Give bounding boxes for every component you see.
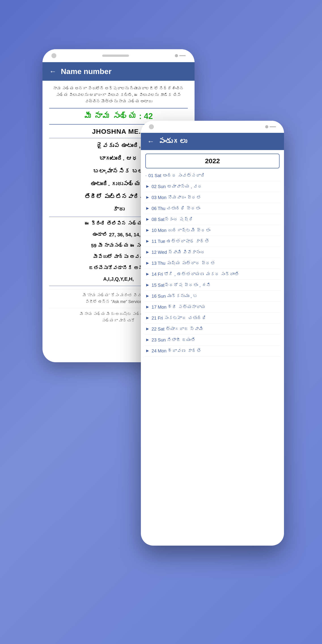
festival-bullet: ► bbox=[145, 315, 150, 320]
festival-item: ► 21 Fri సంకటహార చతుర్థి bbox=[144, 312, 280, 324]
festival-text: 17 Mon శ్రీ సత్యనారాయ bbox=[152, 304, 206, 310]
festival-bullet: ► bbox=[145, 217, 150, 222]
festival-text: 10 Mon దుర్గాష్టమి వ్రతం bbox=[152, 227, 210, 234]
festival-bullet: ► bbox=[145, 260, 150, 266]
festival-text: 12 Wed స్వామి వివేకానంద bbox=[152, 249, 206, 255]
festival-item: ► 02 Sun అమావాస్య , వర bbox=[144, 181, 280, 192]
festival-text: 21 Fri సంకటహార చతుర్థి bbox=[152, 315, 206, 321]
festival-item: ► 22 Sat త్యాగరాజ స్వామి bbox=[144, 324, 280, 334]
festival-item: ► 23 Sun నేతాజీ జయంతి bbox=[144, 334, 280, 346]
festival-bullet: ► bbox=[145, 184, 150, 189]
festival-text: 14 Fri భోగి , ఉత్తరాయణ మకర సంక్రాంతి bbox=[152, 271, 239, 277]
wifi-icon bbox=[175, 54, 178, 57]
festival-text: 06 Thu చతుర్థి వ్రతం bbox=[152, 205, 200, 212]
festival-bullet: ► bbox=[145, 238, 150, 244]
festival-bullet: ► bbox=[145, 348, 150, 353]
festival-bullet: ► bbox=[145, 304, 150, 310]
festival-item: ► 12 Wed స్వామి వివేకానంద bbox=[144, 247, 280, 258]
page-title: Name number bbox=[61, 67, 112, 76]
status-icons-front bbox=[265, 125, 276, 128]
festival-bullet: ► bbox=[145, 282, 150, 288]
notch-bar-back bbox=[42, 49, 194, 62]
scene: ← Name number నామ సంఖ్య అనగా పేరులోని అక… bbox=[38, 31, 284, 613]
wifi-icon-front bbox=[265, 125, 268, 128]
festival-text: 08 Satస్కంద షష్ఠి bbox=[152, 216, 194, 222]
back-button-front[interactable]: ← bbox=[147, 137, 154, 146]
divider-top bbox=[49, 108, 188, 108]
festival-text: 03 Mon సోమవారం వ్రత bbox=[152, 194, 201, 200]
name-number-result: మీ నామ సంఖ్య : 42 bbox=[49, 112, 188, 121]
phone-front: ← పండుగలు 2022 · 01 Sat అంద్ర సంవత్సరాది… bbox=[141, 121, 284, 546]
festival-text: 01 Sat అంద్ర సంవత్సరాది bbox=[148, 172, 206, 179]
festival-item: ► 10 Mon దుర్గాష్టమి వ్రతం bbox=[144, 225, 280, 236]
festival-bullet: ► bbox=[145, 206, 150, 211]
festival-text: 11 Tue ఉత్తరాషాఢ కార్తె bbox=[152, 238, 209, 244]
festival-text: 15 Satప్రదోష వ్రతం , శని bbox=[152, 282, 211, 288]
status-icons bbox=[175, 54, 186, 57]
festival-item: ► 11 Tue ఉత్తరాషాఢ కార్తె bbox=[144, 236, 280, 247]
festival-text: 02 Sun అమావాస్య , వర bbox=[152, 183, 202, 190]
festival-item: ► 13 Thu పుష్య పుత్రాద వ్రత bbox=[144, 258, 280, 269]
festival-item: ► 15 Satప్రదోష వ్రతం , శని bbox=[144, 280, 280, 291]
festival-item: ► 06 Thu చతుర్థి వ్రతం bbox=[144, 203, 280, 214]
festival-bullet: ► bbox=[145, 272, 150, 276]
camera-dot-front bbox=[149, 124, 154, 129]
description-text: నామ సంఖ్య అనగా పేరులోని అక్షరాలను న్యూమర… bbox=[49, 85, 188, 104]
app-header-back: ← Name number bbox=[42, 62, 194, 81]
festival-bullet: ► bbox=[145, 326, 150, 332]
festival-item: ► 24 Mon శ్రావణ కార్తె bbox=[144, 346, 280, 356]
year-selector[interactable]: 2022 bbox=[145, 154, 280, 168]
festival-item: ► 03 Mon సోమవారం వ్రత bbox=[144, 192, 280, 203]
festival-item: · 01 Sat అంద్ర సంవత్సరాది bbox=[144, 170, 280, 181]
festival-item: ► 17 Mon శ్రీ సత్యనారాయ bbox=[144, 302, 280, 312]
camera-dot bbox=[52, 53, 56, 58]
app-header-front: ← పండుగలు bbox=[141, 133, 284, 150]
page-title-front: పండుగలు bbox=[158, 137, 187, 146]
festival-bullet: ► bbox=[145, 195, 150, 200]
festival-item: ► 14 Fri భోగి , ఉత్తరాయణ మకర సంక్రాంతి bbox=[144, 269, 280, 280]
festival-text: 22 Sat త్యాగరాజ స్వామి bbox=[152, 326, 203, 332]
speaker-bar bbox=[102, 54, 129, 57]
battery-icon-front bbox=[270, 126, 276, 127]
festival-text: 13 Thu పుష్య పుత్రాద వ్రత bbox=[152, 260, 215, 266]
festival-bullet: ► bbox=[145, 294, 150, 298]
festival-item: ► 08 Satస్కంద షష్ఠి bbox=[144, 214, 280, 225]
battery-icon bbox=[179, 55, 186, 56]
festival-bullet: ► bbox=[145, 228, 150, 233]
back-button[interactable]: ← bbox=[49, 67, 56, 76]
festival-bullet: ► bbox=[145, 337, 150, 342]
notch-bar-front bbox=[141, 121, 284, 133]
festival-item: ► 16 Sun ముక్కనుము , బ bbox=[144, 291, 280, 302]
festival-text: 16 Sun ముక్కనుము , బ bbox=[152, 293, 198, 299]
festival-list: · 01 Sat అంద్ర సంవత్సరాది ► 02 Sun అమావా… bbox=[141, 170, 284, 356]
festival-text: 24 Mon శ్రావణ కార్తె bbox=[152, 348, 201, 354]
festival-text: 23 Sun నేతాజీ జయంతి bbox=[152, 337, 196, 343]
festival-bullet: · bbox=[145, 173, 147, 178]
festival-bullet: ► bbox=[145, 250, 150, 255]
